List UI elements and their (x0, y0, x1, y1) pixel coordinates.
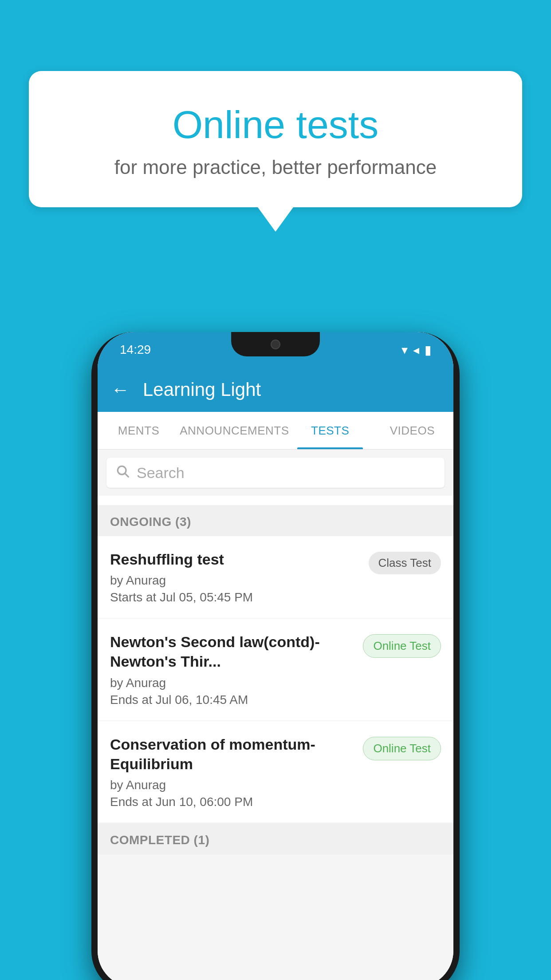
ongoing-title: ONGOING (3) (110, 515, 191, 529)
completed-section-header: COMPLETED (1) (98, 823, 453, 854)
tab-tests[interactable]: TESTS (289, 412, 371, 449)
front-camera (271, 340, 280, 349)
status-icons: ▾ ◂ ▮ (401, 343, 431, 357)
test-name-conservation: Conservation of momentum-Equilibrium (110, 735, 354, 774)
phone-frame: 14:29 ▾ ◂ ▮ ← Learning Light MENTS ANNOU… (91, 332, 460, 980)
signal-icon: ◂ (413, 343, 419, 357)
promo-title: Online tests (64, 102, 487, 147)
speech-bubble-arrow (258, 207, 293, 232)
app-bar: ← Learning Light (98, 368, 453, 412)
search-placeholder: Search (137, 464, 185, 482)
search-input-wrapper[interactable]: Search (106, 458, 445, 488)
completed-title: COMPLETED (1) (110, 833, 209, 847)
test-badge-reshuffling: Class Test (369, 552, 441, 574)
svg-point-0 (118, 466, 126, 474)
back-button[interactable]: ← (111, 379, 130, 400)
search-icon (115, 464, 130, 482)
svg-line-1 (126, 474, 129, 477)
status-time: 14:29 (120, 343, 151, 357)
promo-subtitle: for more practice, better performance (64, 156, 487, 178)
wifi-icon: ▾ (401, 343, 408, 357)
phone-screen: 14:29 ▾ ◂ ▮ ← Learning Light MENTS ANNOU… (98, 332, 453, 980)
status-bar: 14:29 ▾ ◂ ▮ (98, 332, 453, 368)
test-card-reshuffling[interactable]: Reshuffling test by Anurag Starts at Jul… (98, 536, 453, 618)
test-name-newtons: Newton's Second law(contd)-Newton's Thir… (110, 632, 354, 671)
promo-card: Online tests for more practice, better p… (29, 71, 522, 207)
ongoing-section-header: ONGOING (3) (98, 505, 453, 536)
test-info-conservation: Conservation of momentum-Equilibrium by … (110, 735, 354, 809)
test-date-reshuffling: Starts at Jul 05, 05:45 PM (110, 590, 360, 605)
test-info-newtons: Newton's Second law(contd)-Newton's Thir… (110, 632, 354, 707)
test-name-reshuffling: Reshuffling test (110, 549, 360, 569)
test-author-reshuffling: by Anurag (110, 573, 360, 588)
search-container: Search (98, 450, 453, 496)
test-date-conservation: Ends at Jun 10, 06:00 PM (110, 795, 354, 809)
tabs-bar: MENTS ANNOUNCEMENTS TESTS VIDEOS (98, 412, 453, 450)
test-badge-conservation: Online Test (363, 737, 441, 760)
promo-section: Online tests for more practice, better p… (29, 71, 522, 232)
battery-icon: ▮ (425, 343, 431, 357)
test-card-newtons[interactable]: Newton's Second law(contd)-Newton's Thir… (98, 619, 453, 720)
tab-announcements[interactable]: ANNOUNCEMENTS (180, 412, 289, 449)
phone-notch (231, 332, 320, 356)
test-author-conservation: by Anurag (110, 778, 354, 792)
tab-videos[interactable]: VIDEOS (371, 412, 453, 449)
app-bar-title: Learning Light (143, 379, 261, 400)
test-card-conservation[interactable]: Conservation of momentum-Equilibrium by … (98, 721, 453, 822)
test-date-newtons: Ends at Jul 06, 10:45 AM (110, 693, 354, 707)
test-author-newtons: by Anurag (110, 676, 354, 690)
content-area: ONGOING (3) Reshuffling test by Anurag S… (98, 505, 453, 980)
tab-ments[interactable]: MENTS (98, 412, 180, 449)
test-info-reshuffling: Reshuffling test by Anurag Starts at Jul… (110, 549, 360, 605)
test-badge-newtons: Online Test (363, 634, 441, 658)
